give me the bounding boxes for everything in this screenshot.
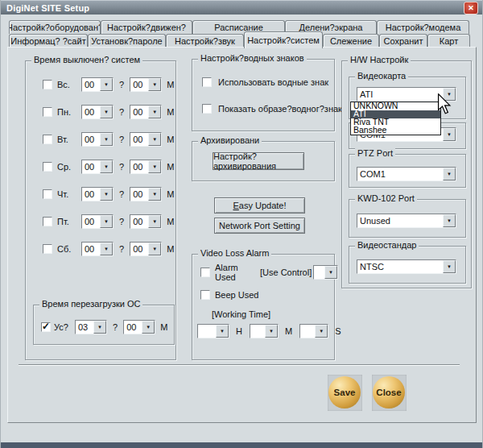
tab-sound-settings[interactable]: Настройк?звук [166,34,244,48]
backup-settings-button[interactable]: Настройк?архивирования [213,152,304,170]
minute-suffix: M [167,244,174,254]
reboot-hour-select[interactable]: 03▼ [75,320,107,334]
checkbox-alarm-used[interactable] [200,268,210,277]
video-standard-select[interactable]: NTSC▼ [357,259,456,274]
minute-select-friday[interactable]: 00▼ [130,214,162,229]
checkbox-beep-used[interactable] [200,290,210,300]
dropdown-arrow-icon[interactable]: ▼ [142,321,155,334]
dropdown-arrow-icon[interactable]: ▼ [148,188,161,201]
minute-suffix: M [167,135,174,144]
watermark-use-row: Использовать водные знак [202,75,328,89]
dropdown-arrow-icon[interactable]: ▼ [100,160,113,173]
checkbox-use-watermark[interactable] [202,77,212,87]
dropdown-arrow-icon[interactable]: ▼ [100,215,113,228]
working-minute-select[interactable]: ▼ [250,324,279,338]
dropdown-arrow-icon[interactable]: ▼ [148,160,161,173]
day-label: Вс. [57,80,81,89]
shutdown-row-thursday: Чт. 00▼ ? 00▼ M [43,187,174,201]
second-suffix: S [335,326,341,336]
reboot-minute-select[interactable]: 00▼ [123,320,155,334]
minute-suffix: M [167,162,174,172]
hour-select-sunday[interactable]: 00▼ [81,77,114,92]
checkbox-show-watermark[interactable] [202,104,212,114]
dropdown-arrow-icon[interactable]: ▼ [148,243,161,255]
working-hour-select[interactable]: ▼ [197,324,229,338]
hour-select-thursday[interactable]: 00▼ [81,187,114,201]
hour-select-friday[interactable]: 00▼ [81,214,114,229]
checkbox-reboot[interactable]: ✓ [41,322,51,332]
hour-select-monday[interactable]: 00▼ [81,105,114,119]
dropdown-option-ati[interactable]: ATI [351,110,440,118]
hour-min-separator: ? [119,135,124,144]
checkbox-monday[interactable] [43,107,52,117]
checkbox-thursday[interactable] [43,189,52,199]
hour-select-tuesday[interactable]: 00▼ [81,132,114,147]
tab-motion-settings[interactable]: Настройк?движен? [101,20,192,34]
dropdown-arrow-icon[interactable]: ▼ [148,133,161,146]
tab-password-setup[interactable]: Установк?пароле [88,34,166,48]
minute-select-saturday[interactable]: 00▼ [130,242,162,256]
checkbox-friday[interactable] [43,217,52,226]
hour-min-separator: ? [119,107,124,117]
dropdown-option-banshee[interactable]: Banshee [351,127,440,135]
tab-modem-settings[interactable]: Настройк?модема [377,20,469,34]
ptz-port-select[interactable]: COM1▼ [357,167,456,181]
dropdown-arrow-icon[interactable]: ▼ [265,325,278,338]
minute-select-monday[interactable]: 00▼ [130,105,162,119]
dropdown-arrow-icon[interactable]: ▼ [148,106,161,118]
dropdown-arrow-icon[interactable]: ▼ [324,266,337,279]
checkbox-wednesday[interactable] [43,162,52,172]
dropdown-option-unknown[interactable]: UNKNOWN [351,102,440,110]
working-time-row: ▼ H ▼ M ▼ S [197,324,341,338]
tab-site-info[interactable]: Информац? ?сайт [9,34,88,48]
shutdown-row-tuesday: Вт. 00▼ ? 00▼ M [43,132,174,147]
dropdown-arrow-icon[interactable]: ▼ [100,243,113,255]
dropdown-arrow-icon[interactable]: ▼ [443,214,456,227]
close-button[interactable]: Close [372,375,407,411]
dropdown-arrow-icon[interactable]: ▼ [315,325,328,338]
tab-map[interactable]: Карт [427,34,470,48]
kwd102-port-select[interactable]: Unused▼ [357,214,456,228]
use-control-select[interactable]: ▼ [313,265,338,280]
minute-select-wednesday[interactable]: 00▼ [130,160,162,174]
dropdown-arrow-icon[interactable]: ▼ [100,133,113,146]
dropdown-arrow-icon[interactable]: ▼ [443,260,456,273]
working-second-select[interactable]: ▼ [299,324,328,338]
network-port-setting-button[interactable]: Network Port Setting [214,218,305,234]
dropdown-arrow-icon[interactable]: ▼ [100,106,113,118]
video-card-dropdown-list: UNKNOWN ATI Riva TNT Banshee [350,102,441,135]
hour-select-wednesday[interactable]: 00▼ [81,160,114,174]
tab-system-settings[interactable]: Настройк?систем [244,31,323,48]
dropdown-arrow-icon[interactable]: ▼ [443,128,456,141]
checkbox-tuesday[interactable] [43,135,52,144]
dropdown-arrow-icon[interactable]: ▼ [148,215,161,228]
diginet-site-setup-dialog: DigiNet SITE Setup ✕ Настройк?оборудован… [0,0,483,448]
minute-select-sunday[interactable]: 00▼ [130,77,162,92]
hour-min-separator: ? [119,217,124,226]
dropdown-option-riva-tnt[interactable]: Riva TNT [351,118,440,127]
hour-min-separator: ? [119,244,124,254]
hour-min-separator: ? [113,322,118,332]
dropdown-arrow-icon[interactable]: ▼ [100,188,113,201]
tab-hardware-settings[interactable]: Настройк?оборудован? [9,20,101,34]
reboot-row: ✓ Ус? 03▼ ? 00▼ M [41,320,167,334]
dropdown-arrow-icon[interactable]: ▼ [216,325,229,338]
tab-save[interactable]: Сохранит [379,34,427,48]
save-button[interactable]: Save [328,375,362,411]
dropdown-arrow-icon[interactable]: ▼ [148,78,161,91]
minute-select-tuesday[interactable]: 00▼ [130,132,162,147]
checkbox-saturday[interactable] [43,244,52,254]
dropdown-arrow-icon[interactable]: ▼ [93,321,106,334]
tab-row-1: Настройк?оборудован? Настройк?движен? Ра… [9,20,469,34]
easy-update-button[interactable]: Easy Update! [214,197,305,214]
alarm-used-label: Alarm Used [215,263,260,282]
close-icon[interactable]: ✕ [464,2,478,15]
tab-tracking[interactable]: Слежение [323,34,379,48]
checkbox-sunday[interactable] [43,80,52,89]
shutdown-row-wednesday: Ср. 00▼ ? 00▼ M [43,160,174,174]
hour-select-saturday[interactable]: 00▼ [81,242,114,256]
dropdown-arrow-icon[interactable]: ▼ [443,168,456,180]
minute-select-thursday[interactable]: 00▼ [130,187,162,201]
dropdown-arrow-icon[interactable]: ▼ [100,78,113,91]
shutdown-time-group-title: Время выключен? систем [31,55,142,64]
